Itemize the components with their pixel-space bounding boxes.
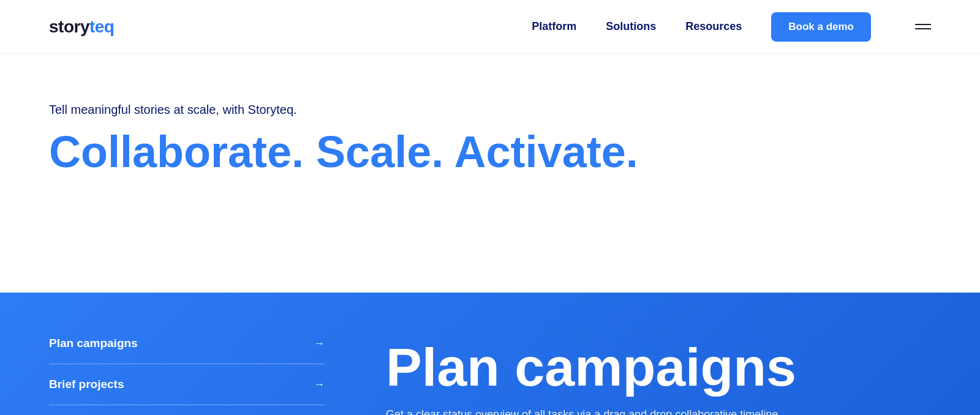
content-description: Get a clear status overview of all tasks… [386,406,815,416]
nav-links: Platform Solutions Resources [532,20,742,33]
sidebar-item-plan-campaigns[interactable]: Plan campaigns → [49,323,325,364]
content-area: Plan campaigns Get a clear status overvi… [325,293,980,415]
menu-line-2 [915,28,931,29]
logo-teq-text: teq [89,17,115,36]
hero-subtitle: Tell meaningful stories at scale, with S… [49,103,931,117]
arrow-icon-plan-campaigns: → [314,337,325,350]
nav-link-solutions[interactable]: Solutions [606,20,656,32]
sidebar-item-label-brief-projects: Brief projects [49,378,124,391]
hamburger-menu-icon[interactable] [915,24,931,29]
sidebar-item-label-plan-campaigns: Plan campaigns [49,337,138,350]
sidebar-item-brief-projects[interactable]: Brief projects → [49,364,325,405]
nav-item-resources[interactable]: Resources [685,20,742,33]
hero-section: Tell meaningful stories at scale, with S… [0,54,980,293]
nav-item-solutions[interactable]: Solutions [606,20,656,33]
sidebar-menu: Plan campaigns → Brief projects → Assign… [0,293,325,415]
header: storyteq Platform Solutions Resources Bo… [0,0,980,54]
logo-story-text: story [49,17,89,36]
sidebar-item-assign-tasks[interactable]: Assign tasks → [49,405,325,415]
nav-link-platform[interactable]: Platform [532,20,576,32]
nav-link-resources[interactable]: Resources [685,20,742,32]
content-title: Plan campaigns [386,340,931,394]
nav-item-platform[interactable]: Platform [532,20,576,33]
main-nav: Platform Solutions Resources Book a demo [532,12,931,42]
menu-line-1 [915,24,931,25]
logo[interactable]: storyteq [49,17,114,37]
arrow-icon-brief-projects: → [314,378,325,391]
book-demo-button[interactable]: Book a demo [771,12,871,42]
hero-heading: Collaborate. Scale. Activate. [49,128,931,176]
blue-section: Plan campaigns → Brief projects → Assign… [0,293,980,415]
